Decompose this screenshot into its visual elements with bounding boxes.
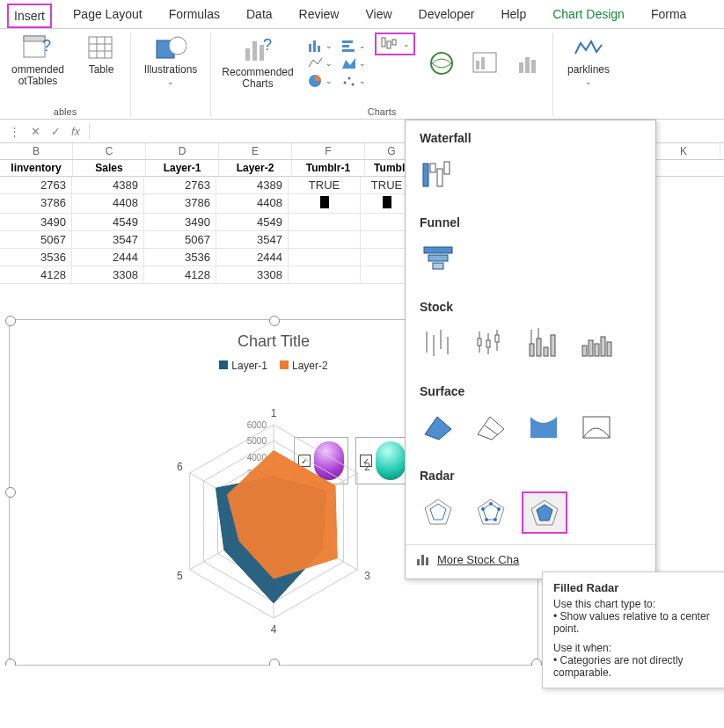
selection-handle[interactable] bbox=[269, 659, 280, 666]
pivottable-icon: ? bbox=[22, 34, 54, 62]
surface-contour-button[interactable] bbox=[522, 407, 566, 448]
recommended-pivottables-button[interactable]: ? ommendedotTables bbox=[5, 33, 70, 89]
waterfall-chart-button[interactable]: ⌄ bbox=[375, 33, 415, 55]
stock-hlc-button[interactable] bbox=[416, 323, 460, 363]
cell[interactable]: 4389 bbox=[216, 177, 289, 194]
tab-developer[interactable]: Developer bbox=[413, 4, 480, 28]
cell[interactable]: 4408 bbox=[216, 194, 289, 214]
cell[interactable] bbox=[289, 249, 361, 266]
area-chart-button[interactable]: ⌄ bbox=[341, 56, 366, 70]
pie-chart-button[interactable]: ⌄ bbox=[308, 74, 333, 88]
column-chart-button[interactable]: ⌄ bbox=[308, 39, 333, 53]
cell[interactable]: 3490 bbox=[144, 214, 216, 231]
cell[interactable]: 4128 bbox=[144, 266, 216, 284]
selection-handle[interactable] bbox=[531, 659, 542, 666]
col-header[interactable]: E bbox=[219, 143, 292, 159]
funnel-type-button[interactable] bbox=[416, 238, 460, 279]
cell[interactable]: 3308 bbox=[72, 266, 144, 284]
waterfall-type-button[interactable] bbox=[416, 154, 460, 194]
cancel-icon[interactable]: ✕ bbox=[26, 125, 46, 138]
cell[interactable]: 4408 bbox=[72, 194, 144, 214]
col-header[interactable]: D bbox=[146, 143, 219, 159]
more-stock-charts-link[interactable]: More Stock Cha bbox=[406, 544, 655, 573]
cell[interactable]: 3547 bbox=[72, 231, 144, 249]
tab-insert[interactable]: Insert bbox=[7, 4, 52, 28]
cell[interactable]: 3536 bbox=[144, 249, 216, 266]
col-header[interactable]: C bbox=[73, 143, 146, 159]
col-header[interactable]: K bbox=[647, 143, 720, 159]
tab-help[interactable]: Help bbox=[495, 4, 531, 28]
svg-marker-95 bbox=[425, 499, 451, 524]
col-header[interactable]: B bbox=[0, 143, 73, 159]
cell[interactable]: 2763 bbox=[144, 177, 216, 194]
cell[interactable] bbox=[289, 231, 361, 249]
fx-icon[interactable]: fx bbox=[66, 125, 85, 138]
cell[interactable]: 5067 bbox=[0, 231, 72, 249]
cell[interactable]: 4549 bbox=[216, 214, 289, 231]
cell[interactable]: 4389 bbox=[72, 177, 144, 194]
svg-point-24 bbox=[352, 84, 355, 86]
cell[interactable]: 5067 bbox=[144, 231, 216, 249]
chart-tooltip: Filled Radar Use this chart type to: • S… bbox=[542, 571, 724, 666]
ribbon-tabs: Insert Page Layout Formulas Data Review … bbox=[0, 0, 724, 29]
tab-page-layout[interactable]: Page Layout bbox=[68, 4, 148, 28]
selection-handle[interactable] bbox=[5, 659, 16, 666]
surface-3d-button[interactable] bbox=[416, 407, 460, 448]
sparklines-button[interactable]: parklines⌄ bbox=[559, 33, 618, 89]
map-chart-button[interactable] bbox=[424, 47, 459, 79]
bar-chart-button[interactable]: ⌄ bbox=[341, 39, 366, 53]
pivotchart-button[interactable] bbox=[468, 47, 503, 79]
svg-rect-67 bbox=[428, 255, 448, 261]
cell[interactable] bbox=[289, 214, 361, 231]
radar-filled-button[interactable] bbox=[522, 491, 567, 534]
confirm-icon[interactable]: ✓ bbox=[46, 125, 66, 138]
svg-rect-66 bbox=[424, 247, 452, 253]
svg-rect-76 bbox=[486, 340, 490, 347]
col-header[interactable]: F bbox=[292, 143, 365, 159]
selection-handle[interactable] bbox=[5, 316, 16, 326]
gallery-section-radar: Radar bbox=[406, 458, 655, 488]
stock-vhlc-button[interactable] bbox=[522, 323, 566, 363]
svg-rect-64 bbox=[437, 169, 442, 186]
tab-chart-design[interactable]: Chart Design bbox=[547, 4, 630, 28]
cell[interactable]: 3786 bbox=[0, 194, 72, 214]
cell[interactable]: 3308 bbox=[216, 266, 289, 284]
cell[interactable] bbox=[289, 266, 361, 284]
radar-button[interactable] bbox=[416, 491, 460, 532]
tab-format[interactable]: Forma bbox=[646, 4, 691, 28]
3dmap-button[interactable] bbox=[512, 47, 547, 79]
radar-markers-button[interactable] bbox=[469, 491, 513, 532]
recommended-charts-button[interactable]: ? RecommendedCharts bbox=[216, 35, 299, 91]
cell[interactable]: 2444 bbox=[216, 249, 289, 266]
cell[interactable]: 2444 bbox=[72, 249, 144, 266]
illustrations-button[interactable]: Illustrations⌄ bbox=[136, 33, 205, 89]
tab-review[interactable]: Review bbox=[294, 4, 345, 28]
cell[interactable]: 2763 bbox=[0, 177, 72, 194]
cell[interactable]: 3490 bbox=[0, 214, 72, 231]
svg-rect-89 bbox=[607, 342, 611, 356]
svg-rect-104 bbox=[417, 559, 420, 565]
surface-wireframe-button[interactable] bbox=[469, 407, 513, 448]
cell[interactable]: 3786 bbox=[144, 194, 216, 214]
gallery-section-waterfall: Waterfall bbox=[406, 120, 655, 150]
stock-ohlc-button[interactable] bbox=[469, 323, 513, 363]
table-button[interactable]: Table bbox=[77, 33, 125, 77]
line-chart-button[interactable]: ⌄ bbox=[308, 56, 333, 70]
tooltip-line: • Show values relative to a center point… bbox=[553, 610, 724, 635]
cell[interactable]: 3536 bbox=[0, 249, 72, 266]
tab-data[interactable]: Data bbox=[241, 4, 278, 28]
selection-handle[interactable] bbox=[5, 487, 16, 498]
dropdown-icon[interactable]: ⋮ bbox=[4, 125, 26, 138]
cell[interactable]: TRUE bbox=[289, 177, 361, 194]
selection-handle[interactable] bbox=[269, 316, 280, 326]
illustrations-label: Illustrations bbox=[144, 63, 198, 76]
surface-wireframe-contour-button[interactable] bbox=[574, 407, 618, 448]
tab-view[interactable]: View bbox=[360, 4, 397, 28]
cell[interactable]: 4128 bbox=[0, 266, 72, 284]
scatter-chart-button[interactable]: ⌄ bbox=[341, 74, 366, 88]
tab-formulas[interactable]: Formulas bbox=[164, 4, 225, 28]
cell[interactable]: 4549 bbox=[72, 214, 144, 231]
cell[interactable] bbox=[289, 194, 361, 214]
stock-vohlc-button[interactable] bbox=[574, 323, 618, 363]
cell[interactable]: 3547 bbox=[216, 231, 289, 249]
